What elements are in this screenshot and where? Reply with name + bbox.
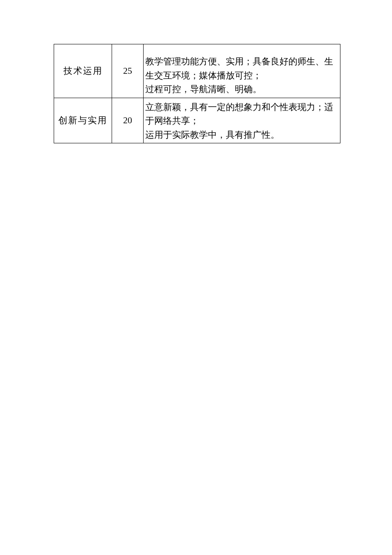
category-cell: 创新与实用 <box>54 98 112 143</box>
description-line: 教学管理功能方便、实用；具备良好的师生、生生交互环境；媒体播放可控； <box>145 55 338 82</box>
table-row: 技术运用 25 教学管理功能方便、实用；具备良好的师生、生生交互环境；媒体播放可… <box>54 44 340 98</box>
category-cell: 技术运用 <box>54 44 112 98</box>
description-line: 立意新颖，具有一定的想象力和个性表现力；适于网络共享； <box>145 100 338 128</box>
table-row: 创新与实用 20 立意新颖，具有一定的想象力和个性表现力；适于网络共享； 运用于… <box>54 98 340 143</box>
description-line: 运用于实际教学中，具有推广性。 <box>145 128 338 142</box>
evaluation-table: 技术运用 25 教学管理功能方便、实用；具备良好的师生、生生交互环境；媒体播放可… <box>54 44 340 143</box>
description-cell: 教学管理功能方便、实用；具备良好的师生、生生交互环境；媒体播放可控； 过程可控，… <box>144 44 340 98</box>
description-line: 过程可控，导航清晰、明确。 <box>145 82 338 96</box>
score-cell: 20 <box>112 98 144 143</box>
description-cell: 立意新颖，具有一定的想象力和个性表现力；适于网络共享； 运用于实际教学中，具有推… <box>144 98 340 143</box>
score-cell: 25 <box>112 44 144 98</box>
